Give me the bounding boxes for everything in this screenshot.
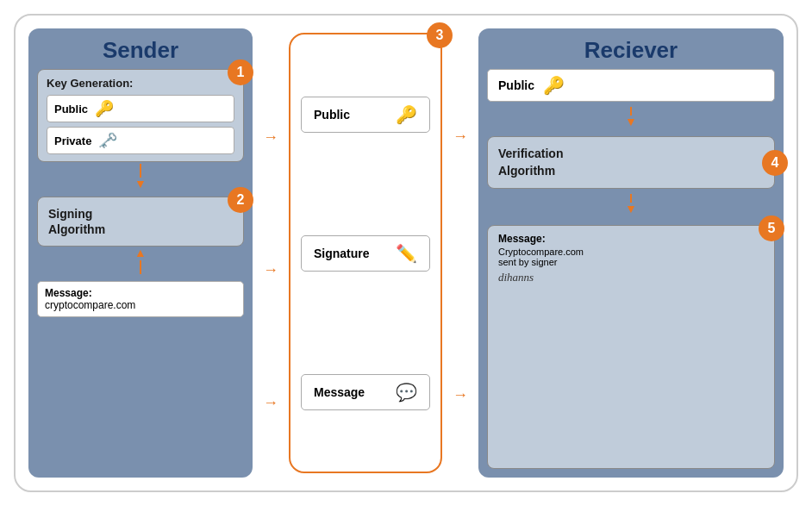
badge-5: 5 xyxy=(759,216,784,241)
private-key-icon-sender: 🗝️ xyxy=(98,131,117,150)
arrow-down-icon-1: ▼ xyxy=(134,178,147,190)
middle-public-label: Public xyxy=(314,108,350,122)
middle-to-receiver-arrows: → → → xyxy=(451,28,470,478)
arrow-up-icon-1: ▼ xyxy=(134,248,147,260)
receiver-signature-text: dihanns xyxy=(498,271,764,284)
arrow-verification-to-result: ▼ xyxy=(487,194,775,215)
sender-message-title: Message: xyxy=(45,287,236,299)
middle-public-item: Public 🔑 xyxy=(301,97,430,133)
arrow-public-to-verification: ▼ xyxy=(487,107,775,128)
sender-panel: Sender 1 Key Generation: Public 🔑 Privat… xyxy=(28,28,253,478)
badge-2: 2 xyxy=(228,187,253,213)
arrow-private-to-signing: ▼ xyxy=(37,164,244,190)
badge-4: 4 xyxy=(762,150,788,176)
main-container: Sender 1 Key Generation: Public 🔑 Privat… xyxy=(14,14,798,492)
public-key-row-sender: Public 🔑 xyxy=(47,95,234,122)
middle-message-item: Message 💬 xyxy=(301,374,430,410)
middle-message-label: Message xyxy=(314,385,365,399)
signing-algo-title: SigningAlgorithm xyxy=(48,206,233,237)
receiver-public-label: Public xyxy=(498,78,534,92)
arrow-message-to-receiver: → xyxy=(453,386,468,404)
badge-3: 3 xyxy=(427,22,453,48)
sender-message-text: cryptocompare.com xyxy=(45,299,236,311)
signing-algo-box: 2 SigningAlgorithm xyxy=(37,197,244,247)
arrow-public-to-receiver: → xyxy=(453,128,468,146)
receiver-public-icon: 🔑 xyxy=(543,75,565,96)
sender-message-box: Message: cryptocompare.com xyxy=(37,281,244,317)
private-key-row-sender: Private 🗝️ xyxy=(47,127,234,154)
key-gen-title: Key Generation: xyxy=(47,77,234,90)
public-key-icon-sender: 🔑 xyxy=(95,99,114,118)
arrow-down-icon-3: ▼ xyxy=(625,203,637,215)
receiver-message-box: 5 Message: Cryptocompare.comsent by sign… xyxy=(487,225,775,469)
receiver-message-text: Cryptocompare.comsent by signer xyxy=(498,247,764,267)
arrow-message-to-signing: ▼ xyxy=(37,248,244,274)
sender-to-middle-arrows: → → → xyxy=(261,28,280,478)
middle-message-icon: 💬 xyxy=(396,382,417,403)
key-generation-box: 1 Key Generation: Public 🔑 Private 🗝️ xyxy=(37,69,244,162)
receiver-public-key-box: Public 🔑 xyxy=(487,69,775,102)
middle-signature-label: Signature xyxy=(314,247,370,260)
middle-signature-icon: ✏️ xyxy=(396,243,417,264)
public-label-sender: Public xyxy=(54,103,88,116)
receiver-message-title: Message: xyxy=(498,233,764,245)
arrow-message-to-middle: → xyxy=(263,394,278,412)
badge-1: 1 xyxy=(228,59,253,85)
receiver-left-col: Public 🔑 ▼ 4 VerificationAlgorithm ▼ xyxy=(487,69,775,469)
middle-panel: 3 Public 🔑 Signature ✏️ Message 💬 xyxy=(289,33,442,473)
middle-public-icon: 🔑 xyxy=(396,104,417,125)
private-label-sender: Private xyxy=(54,134,91,147)
receiver-panel: Reciever Public 🔑 ▼ 4 VerificationAlgori… xyxy=(478,28,784,478)
middle-signature-item: Signature ✏️ xyxy=(301,235,430,272)
receiver-title: Reciever xyxy=(584,37,678,63)
arrow-signing-to-middle: → xyxy=(263,261,278,279)
verification-algo-box: 4 VerificationAlgorithm xyxy=(487,136,775,189)
arrow-public-to-middle: → xyxy=(263,128,278,147)
arrow-down-icon-2: ▼ xyxy=(625,116,637,128)
verification-title: VerificationAlgorithm xyxy=(498,146,764,179)
sender-title: Sender xyxy=(103,37,178,63)
